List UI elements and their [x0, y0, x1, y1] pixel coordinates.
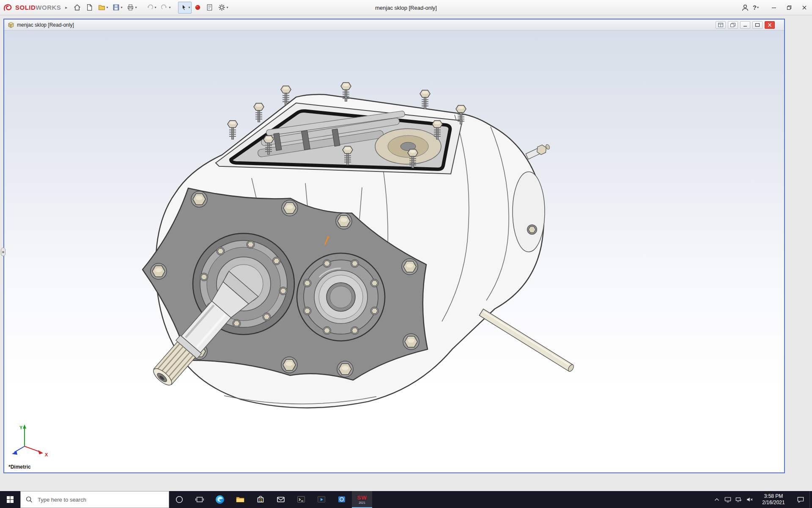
cascade-window-icon	[730, 23, 735, 27]
ds-logo-icon	[3, 3, 14, 12]
start-button[interactable]	[0, 491, 20, 508]
volume-muted-icon	[746, 495, 754, 504]
options-caret[interactable]: ▾	[226, 6, 228, 9]
triad-x-label: X	[45, 452, 48, 457]
help-button[interactable]: ? ▾	[751, 2, 760, 14]
options-button[interactable]: ▾	[216, 2, 230, 14]
taskbar-file-explorer-button[interactable]	[230, 491, 250, 508]
tray-network-button[interactable]	[733, 491, 744, 508]
chevron-up-icon	[713, 496, 721, 503]
taskbar-photos-button[interactable]	[332, 491, 352, 508]
doc-close-icon	[767, 23, 772, 27]
minimize-icon	[771, 5, 777, 11]
help-icon: ?	[753, 4, 757, 11]
document-title: menjac sklop [Read-only]	[17, 22, 74, 28]
print-caret[interactable]: ▾	[135, 6, 137, 9]
solidworks-logo: SOLIDWORKS	[0, 3, 65, 12]
tray-volume-button[interactable]	[744, 491, 755, 508]
options-gear-icon	[218, 3, 226, 11]
action-center-icon	[796, 495, 805, 504]
restore-button[interactable]	[782, 0, 797, 15]
open-caret[interactable]: ▾	[106, 6, 108, 9]
output-rod[interactable]	[479, 309, 575, 373]
new-document-button[interactable]	[84, 2, 95, 14]
doc-minimize-icon	[743, 23, 748, 27]
taskbar-movies-button[interactable]	[311, 491, 332, 508]
clock-time: 3:58 PM	[755, 493, 792, 500]
app-titlebar: SOLIDWORKS ▸ ▾ ▾ ▾ ▾ ▾	[0, 0, 812, 15]
print-button[interactable]: ▾	[125, 2, 138, 14]
taskbar-clock[interactable]: 3:58 PM 2/16/2021	[755, 493, 792, 506]
brand-text: SOLIDWORKS	[15, 4, 61, 11]
feature-panel-splitter[interactable]	[1, 248, 5, 256]
3d-viewport[interactable]: Y X *Dimetric	[4, 30, 784, 472]
taskbar-terminal-button[interactable]	[291, 491, 311, 508]
doc-minimize-button[interactable]	[740, 21, 750, 29]
assembly-cube-icon	[8, 22, 14, 28]
doc-restore-icon	[755, 23, 760, 27]
task-view-icon	[195, 495, 204, 504]
menu-expand-arrow[interactable]: ▸	[65, 5, 67, 10]
taskbar-solidworks-button[interactable]: SW 2021	[352, 491, 372, 508]
taskbar-store-button[interactable]	[250, 491, 271, 508]
search-input[interactable]	[38, 497, 156, 503]
search-icon	[25, 495, 33, 504]
close-icon	[801, 5, 807, 11]
doc-close-button[interactable]	[765, 21, 775, 29]
save-icon	[112, 3, 120, 11]
action-center-button[interactable]	[792, 491, 809, 508]
red-ball-icon	[194, 4, 201, 11]
output-bearing-cover[interactable]	[297, 253, 385, 341]
file-properties-icon	[206, 3, 214, 11]
file-explorer-icon	[235, 494, 245, 505]
terminal-icon	[296, 494, 306, 505]
gearbox-model[interactable]: Y X	[4, 30, 784, 472]
new-document-icon	[85, 3, 93, 11]
user-account-icon	[741, 3, 749, 12]
doc-tile-button-1[interactable]	[716, 21, 726, 29]
taskbar-edge-button[interactable]	[210, 491, 230, 508]
redo-icon	[160, 3, 168, 11]
redo-button[interactable]: ▾	[159, 2, 172, 14]
home-icon	[73, 3, 81, 11]
doc-tile-button-2[interactable]	[728, 21, 738, 29]
save-button[interactable]: ▾	[110, 2, 124, 14]
view-orientation-label: *Dimetric	[8, 464, 31, 470]
document-titlebar[interactable]: menjac sklop [Read-only]	[4, 19, 784, 30]
breather-stub	[525, 142, 551, 160]
red-ball-button[interactable]	[192, 2, 203, 14]
solidworks-taskbar-icon: SW 2021	[357, 495, 367, 504]
select-tool-caret[interactable]: ▾	[188, 6, 190, 9]
undo-caret[interactable]: ▾	[154, 6, 156, 9]
hidden-icons-button[interactable]	[711, 491, 722, 508]
edge-icon	[215, 494, 225, 505]
help-caret[interactable]: ▾	[757, 6, 759, 9]
minimize-button[interactable]	[766, 0, 782, 15]
tray-display-button[interactable]	[722, 491, 733, 508]
undo-button[interactable]: ▾	[144, 2, 158, 14]
taskbar-search[interactable]	[20, 491, 169, 508]
display-icon	[724, 495, 732, 504]
cortana-button[interactable]	[169, 491, 189, 508]
sign-in-button[interactable]	[739, 2, 751, 14]
cortana-icon	[175, 495, 184, 504]
open-folder-icon	[98, 3, 106, 11]
task-view-button[interactable]	[189, 491, 210, 508]
undo-icon	[146, 3, 154, 11]
select-tool-button[interactable]: ▾	[178, 2, 192, 14]
show-desktop-button[interactable]	[809, 491, 812, 508]
doc-restore-button[interactable]	[752, 21, 763, 29]
mail-icon	[276, 494, 286, 505]
file-properties-button[interactable]	[204, 2, 215, 14]
clock-date: 2/16/2021	[755, 500, 792, 506]
open-button[interactable]: ▾	[96, 2, 110, 14]
microsoft-store-icon	[255, 494, 266, 505]
redo-caret[interactable]: ▾	[169, 6, 170, 9]
document-window: menjac sklop [Read-only]	[3, 19, 785, 473]
close-button[interactable]	[797, 0, 812, 15]
save-caret[interactable]: ▾	[121, 6, 122, 9]
photos-icon	[337, 494, 347, 505]
network-icon	[735, 495, 743, 504]
home-button[interactable]	[71, 2, 83, 14]
taskbar-mail-button[interactable]	[271, 491, 291, 508]
